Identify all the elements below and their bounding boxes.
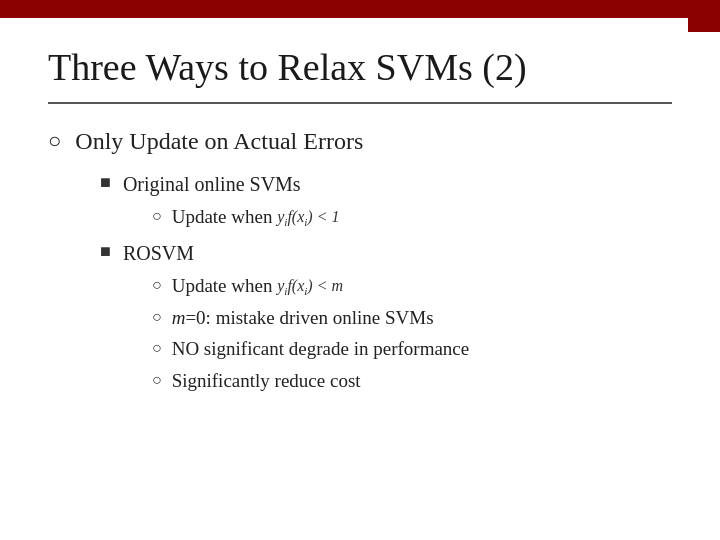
slide-content: Three Ways to Relax SVMs (2) ○ Only Upda… (0, 18, 720, 540)
top-bar (0, 0, 720, 18)
level3-item-5: ○ Significantly reduce cost (152, 369, 672, 394)
level3-item-2: ○ Update when yif(xi) < m (152, 274, 672, 299)
level3-text-5: Significantly reduce cost (172, 369, 361, 394)
math-2: yif(xi) < m (277, 277, 343, 294)
title-divider (48, 102, 672, 104)
level3-group-2: ○ Update when yif(xi) < m ○ m=0: mistake… (152, 274, 672, 394)
level3-item-1: ○ Update when yif(xi) < 1 (152, 205, 672, 230)
level2-item-2: ■ ROSVM (100, 240, 672, 266)
bullet-l3-5: ○ (152, 371, 162, 389)
level2-item-1: ■ Original online SVMs (100, 171, 672, 197)
level1-item-1: ○ Only Update on Actual Errors (48, 126, 672, 157)
bullet-l3-1: ○ (152, 207, 162, 225)
bullet-l2-2: ■ (100, 241, 111, 262)
level2-text-2: ROSVM (123, 240, 194, 266)
level3-item-3: ○ m=0: mistake driven online SVMs (152, 306, 672, 331)
level3-item-4: ○ NO significant degrade in performance (152, 337, 672, 362)
level2-text-1: Original online SVMs (123, 171, 301, 197)
math-1: yif(xi) < 1 (277, 208, 339, 225)
bullet-l1-1: ○ (48, 128, 61, 154)
bullet-l3-4: ○ (152, 339, 162, 357)
bullet-l3-3: ○ (152, 308, 162, 326)
level3-text-4: NO significant degrade in performance (172, 337, 470, 362)
level3-text-3: m=0: mistake driven online SVMs (172, 306, 434, 331)
corner-accent (688, 0, 720, 32)
slide-title: Three Ways to Relax SVMs (2) (48, 46, 672, 90)
level3-text-1: Update when yif(xi) < 1 (172, 205, 340, 230)
level1-text-1: Only Update on Actual Errors (75, 126, 363, 157)
bullet-l3-2: ○ (152, 276, 162, 294)
bullet-l2-1: ■ (100, 172, 111, 193)
main-bullets: ○ Only Update on Actual Errors ■ Origina… (48, 126, 672, 394)
level2-group-1: ■ Original online SVMs ○ Update when yif… (100, 171, 672, 394)
level3-text-2: Update when yif(xi) < m (172, 274, 343, 299)
level3-group-1: ○ Update when yif(xi) < 1 (152, 205, 672, 230)
